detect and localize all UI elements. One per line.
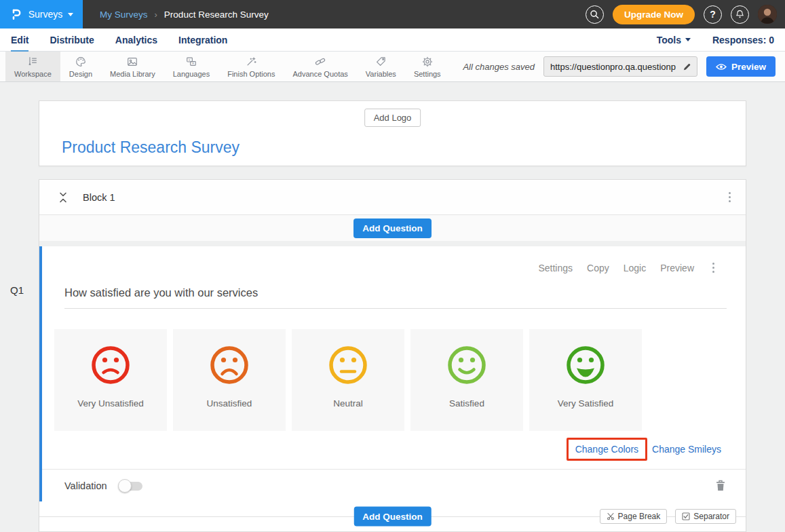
toolbar-item-settings[interactable]: Settings [405, 52, 450, 81]
preview-button[interactable]: Preview [706, 56, 776, 77]
smiley-frown-deep-icon [208, 343, 251, 387]
add-question-strip: Add Question [39, 215, 746, 241]
validation-label: Validation [64, 480, 107, 491]
change-colors-link[interactable]: Change Colors [575, 444, 638, 455]
svg-text:A: A [192, 62, 194, 65]
image-icon [126, 56, 138, 68]
editor-toolbar: Workspace Design Media Library [0, 52, 785, 82]
chain-link-icon [314, 56, 326, 68]
smiley-options-row: Very Unsatisfied Unsatisfied [54, 329, 746, 431]
block-card: Block 1 Add Question Settings Copy Logic… [39, 179, 746, 532]
palette-icon [75, 56, 87, 68]
toolbar-item-advance-quotas[interactable]: Advance Quotas [284, 52, 356, 81]
question-text: How satisfied are you with our services [64, 286, 258, 299]
tools-menu[interactable]: Tools [657, 35, 691, 45]
add-question-button-bottom[interactable]: Add Question [353, 507, 432, 527]
question-mark-icon: ? [710, 9, 716, 20]
option-very-unsatisfied[interactable]: Very Unsatisfied [54, 329, 167, 431]
tools-label: Tools [657, 35, 681, 45]
question-copy-link[interactable]: Copy [587, 263, 609, 273]
checkbox-icon [682, 512, 690, 520]
smiley-smile-icon [445, 343, 489, 387]
option-very-satisfied[interactable]: Very Satisfied [529, 329, 642, 431]
translate-icon: x A [185, 56, 197, 68]
question-preview-link[interactable]: Preview [660, 263, 694, 273]
option-satisfied[interactable]: Satisfied [410, 329, 523, 431]
smiley-customize-links: Change Colors Change Smileys [42, 438, 721, 461]
questionpro-logo-icon [9, 7, 23, 21]
user-avatar[interactable] [758, 5, 777, 24]
save-status-text: All changes saved [463, 62, 535, 72]
search-button[interactable] [586, 5, 604, 24]
question-settings-link[interactable]: Settings [538, 263, 573, 273]
chevron-down-icon [685, 38, 691, 41]
topbar-actions: Upgrade Now ? [586, 5, 785, 24]
pencil-icon [683, 62, 691, 71]
app-logo[interactable]: Surveys [0, 0, 83, 28]
survey-nav: Edit Distribute Analytics Integration To… [0, 28, 785, 52]
question-actions: Settings Copy Logic Preview [42, 246, 746, 276]
breadcrumb-current-survey: Product Research Survey [164, 10, 269, 20]
validation-row: Validation [42, 469, 746, 501]
tab-edit[interactable]: Edit [11, 28, 28, 52]
edit-url-button[interactable] [678, 62, 697, 71]
subnav-right: Tools Responses: 0 [657, 35, 774, 45]
separator-button[interactable]: Separator [675, 509, 736, 524]
block-footer: Add Question Page Break Separator [39, 501, 746, 531]
chevron-down-icon [68, 13, 73, 16]
block-header: Block 1 [39, 180, 746, 215]
smiley-frown-icon [89, 343, 132, 387]
notifications-button[interactable] [731, 5, 749, 24]
breadcrumb-my-surveys[interactable]: My Surveys [100, 10, 148, 20]
validation-toggle[interactable] [118, 479, 142, 493]
toolbar-item-design[interactable]: Design [60, 52, 101, 81]
block-title[interactable]: Block 1 [83, 192, 115, 203]
toolbar-item-languages[interactable]: x A Languages [164, 52, 218, 81]
search-icon [589, 9, 600, 20]
scissors-icon [607, 512, 615, 520]
responses-count: Responses: 0 [712, 35, 774, 45]
block-footer-tools: Page Break Separator [600, 509, 736, 524]
question-menu-button[interactable] [708, 260, 719, 276]
add-question-button-top[interactable]: Add Question [353, 218, 432, 238]
option-unsatisfied[interactable]: Unsatisfied [173, 329, 286, 431]
question-logic-link[interactable]: Logic [624, 263, 646, 273]
delete-question-button[interactable] [716, 480, 725, 491]
tab-analytics[interactable]: Analytics [115, 28, 157, 52]
survey-header-card: Add Logo Product Research Survey [39, 100, 746, 166]
breadcrumb: My Surveys › Product Research Survey [100, 10, 269, 20]
change-smileys-link[interactable]: Change Smileys [652, 444, 721, 455]
help-button[interactable]: ? [704, 5, 722, 24]
block-menu-button[interactable] [725, 189, 735, 205]
tab-integration[interactable]: Integration [178, 28, 227, 52]
avatar-photo [758, 5, 777, 24]
smiley-grin-icon [564, 343, 607, 387]
toolbar-right: All changes saved Preview [463, 52, 785, 81]
bell-icon [735, 9, 745, 20]
survey-url-box [543, 56, 697, 77]
option-neutral[interactable]: Neutral [292, 329, 404, 431]
trash-icon [716, 480, 725, 491]
magic-wand-icon [245, 56, 257, 68]
add-logo-button[interactable]: Add Logo [364, 109, 421, 127]
survey-title[interactable]: Product Research Survey [62, 138, 240, 157]
question-text-field[interactable]: How satisfied are you with our services [64, 286, 727, 309]
toolbar-item-media-library[interactable]: Media Library [101, 52, 164, 81]
collapse-block-button[interactable] [58, 191, 68, 204]
question-card: Settings Copy Logic Preview How satisfie… [39, 246, 746, 501]
page-break-button[interactable]: Page Break [600, 509, 668, 524]
tab-distribute[interactable]: Distribute [50, 28, 94, 52]
toolbar-item-variables[interactable]: Variables [357, 52, 405, 81]
toolbar-item-workspace[interactable]: Workspace [5, 52, 60, 81]
toolbar-item-finish-options[interactable]: Finish Options [218, 52, 284, 81]
eye-icon [716, 63, 727, 71]
upgrade-now-button[interactable]: Upgrade Now [613, 5, 695, 24]
divider-band [39, 241, 746, 246]
tag-icon [375, 56, 387, 68]
survey-url-input[interactable] [544, 62, 678, 72]
smiley-neutral-icon [326, 343, 370, 387]
question-number-label: Q1 [10, 284, 24, 296]
workspace-icon [26, 56, 39, 68]
gear-icon [421, 56, 434, 68]
breadcrumb-separator: › [155, 10, 157, 20]
